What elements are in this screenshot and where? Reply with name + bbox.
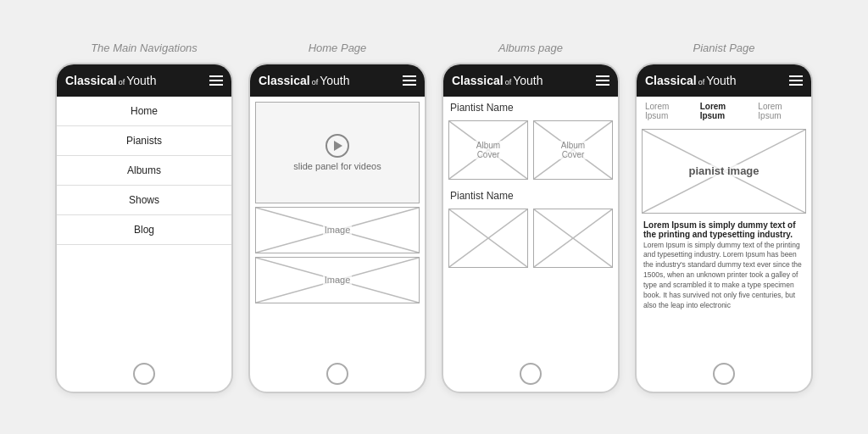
album-cover-2-label: AlbumCover bbox=[559, 141, 587, 159]
main-nav-body: Home Pianists Albums Shows Blog bbox=[57, 97, 231, 356]
home-image-2-label: Image bbox=[323, 275, 353, 285]
albums-section-title-1: Piantist Name bbox=[443, 97, 618, 115]
pianist-tab-3[interactable]: Lorem Ipsum bbox=[754, 100, 806, 122]
albums-logo: Classical of Youth bbox=[452, 74, 543, 87]
pianist-header: Classical of Youth bbox=[637, 64, 811, 97]
albums-grid-1: AlbumCover AlbumCover bbox=[443, 115, 618, 185]
pianist-logo-bold: Classical bbox=[645, 74, 697, 87]
albums-grid-2 bbox=[443, 203, 618, 273]
video-label: slide panel for videos bbox=[293, 161, 381, 171]
home-image-1: Image bbox=[255, 207, 420, 253]
pianist-phone: Classical of Youth Lorem Ipsum Lorem Ips… bbox=[635, 63, 813, 393]
home-label: Home Page bbox=[309, 42, 367, 54]
albums-hamburger-icon[interactable] bbox=[596, 75, 609, 86]
main-nav-phone: Classical of Youth Home Pianists Albums … bbox=[55, 63, 233, 393]
home-body: slide panel for videos Image I bbox=[250, 97, 425, 356]
albums-section-title-2: Piantist Name bbox=[443, 185, 618, 203]
album-cover-1[interactable]: AlbumCover bbox=[448, 120, 528, 180]
albums-logo-youth: Youth bbox=[513, 74, 542, 87]
albums-header: Classical of Youth bbox=[443, 64, 618, 97]
home-logo-youth: Youth bbox=[320, 74, 349, 87]
albums-logo-of: of bbox=[505, 78, 512, 86]
nav-blog[interactable]: Blog bbox=[57, 215, 231, 245]
pianist-logo-youth: Youth bbox=[706, 74, 736, 87]
logo-of: of bbox=[119, 78, 125, 86]
main-nav-bottom bbox=[57, 356, 231, 392]
pianist-image-label: pianist image bbox=[685, 164, 762, 177]
pianist-home-button[interactable] bbox=[713, 363, 735, 385]
video-panel[interactable]: slide panel for videos bbox=[255, 102, 420, 203]
home-image-1-label: Image bbox=[323, 225, 353, 235]
play-triangle-icon bbox=[334, 141, 342, 151]
albums-home-button[interactable] bbox=[520, 363, 542, 385]
main-nav-header: Classical of Youth bbox=[57, 64, 231, 97]
album-cover-3[interactable] bbox=[448, 209, 528, 268]
album-cover-4[interactable] bbox=[533, 209, 613, 268]
pianist-image: pianist image bbox=[642, 129, 806, 214]
home-phone: Classical of Youth slide panel for video… bbox=[248, 63, 426, 393]
pianist-bottom bbox=[637, 356, 811, 392]
albums-phone: Classical of Youth Piantist Name bbox=[442, 63, 620, 393]
pianist-section: Pianist Page Classical of Youth Lorem Ip… bbox=[635, 42, 813, 393]
home-header: Classical of Youth bbox=[250, 64, 425, 97]
pianist-logo: Classical of Youth bbox=[645, 74, 737, 87]
pianist-tab-2[interactable]: Lorem Ipsum bbox=[697, 100, 752, 122]
pianist-tabs: Lorem Ipsum Lorem Ipsum Lorem Ipsum bbox=[637, 97, 811, 125]
albums-body: Piantist Name AlbumCover bbox=[443, 97, 618, 356]
home-section: Home Page Classical of Youth slide bbox=[248, 42, 426, 393]
home-logo-of: of bbox=[312, 78, 319, 86]
home-home-button[interactable] bbox=[326, 363, 348, 385]
albums-bottom bbox=[443, 356, 618, 392]
logo-bold: Classical bbox=[65, 74, 117, 87]
albums-label: Albums page bbox=[498, 42, 563, 54]
home-button[interactable] bbox=[133, 363, 155, 385]
pianist-body: Lorem Ipsum Lorem Ipsum Lorem Ipsum pian… bbox=[637, 97, 811, 356]
play-button[interactable] bbox=[326, 134, 349, 158]
albums-logo-bold: Classical bbox=[452, 74, 504, 87]
main-container: The Main Navigations Classical of Youth … bbox=[0, 25, 868, 410]
nav-home[interactable]: Home bbox=[57, 97, 231, 126]
home-bottom bbox=[250, 356, 425, 392]
pianist-hamburger-icon[interactable] bbox=[789, 75, 803, 86]
logo-youth: Youth bbox=[126, 74, 156, 87]
albums-section: Albums page Classical of Youth Piantist … bbox=[442, 42, 620, 393]
album-cover-2[interactable]: AlbumCover bbox=[533, 120, 613, 180]
main-nav-logo: Classical of Youth bbox=[65, 74, 157, 87]
home-logo: Classical of Youth bbox=[259, 74, 350, 87]
pianist-label: Pianist Page bbox=[693, 42, 755, 54]
pianist-logo-of: of bbox=[698, 78, 705, 86]
home-logo-bold: Classical bbox=[259, 74, 310, 87]
home-hamburger-icon[interactable] bbox=[403, 75, 416, 86]
nav-albums[interactable]: Albums bbox=[57, 156, 231, 186]
main-nav-section: The Main Navigations Classical of Youth … bbox=[55, 42, 233, 393]
pianist-tab-1[interactable]: Lorem Ipsum bbox=[642, 100, 693, 122]
main-nav-label: The Main Navigations bbox=[91, 42, 198, 54]
home-image-2: Image bbox=[255, 257, 420, 303]
album-cover-1-label: AlbumCover bbox=[475, 141, 502, 159]
nav-pianists[interactable]: Pianists bbox=[57, 126, 231, 156]
hamburger-icon[interactable] bbox=[209, 75, 223, 86]
nav-shows[interactable]: Shows bbox=[57, 186, 231, 215]
pianist-text-small: Lorem Ipsum is simply dummy text of the … bbox=[637, 241, 811, 311]
pianist-text-bold: Lorem Ipsum is simply dummy text of the … bbox=[637, 217, 811, 241]
